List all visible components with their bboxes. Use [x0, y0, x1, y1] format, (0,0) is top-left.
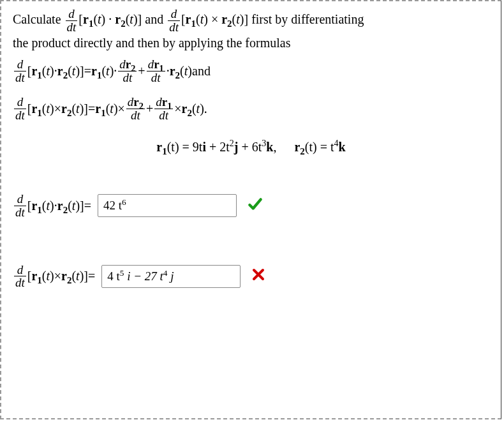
r2-sym: r2 [61, 102, 71, 116]
rp: ) [133, 12, 138, 26]
r: r [156, 140, 162, 154]
ddt-frac: d dt [14, 193, 26, 219]
val: j [168, 269, 174, 283]
r2-sym: r2 [115, 12, 125, 26]
frac-num: dr1 [154, 96, 173, 109]
answer-dot-row: d dt [r1(t) · r2(t)] = 42 t6 [13, 193, 489, 219]
t: t [76, 269, 80, 283]
r: r [170, 64, 175, 78]
r1-sym: r1 [31, 269, 41, 283]
rbracket: ] [84, 102, 88, 116]
r2-sym: r2 [126, 57, 136, 71]
d: d [119, 57, 126, 71]
sub2: 2 [175, 70, 181, 80]
r2-sym: r2 [133, 95, 144, 109]
eq: = [88, 269, 95, 283]
lbracket: [ [27, 269, 32, 283]
sub2: 2 [121, 19, 126, 29]
exp: 4 [334, 139, 339, 148]
r2-sym: r2 [57, 64, 68, 79]
r: r [61, 102, 67, 116]
ddt-frac: d dt [66, 8, 78, 34]
dot-op: · [114, 64, 117, 79]
r: r [95, 102, 101, 116]
r2-sym: r2 [170, 64, 180, 79]
r: r [61, 269, 67, 283]
sub1: 1 [37, 70, 42, 80]
eq: = [84, 199, 91, 213]
sub1: 1 [162, 146, 167, 156]
t: t [47, 102, 50, 116]
txt: + 6t [238, 140, 262, 154]
r2-sym: r2 [221, 12, 232, 26]
cross-op: × [54, 102, 61, 116]
r2-sym: r2 [61, 269, 71, 283]
sub1: 1 [37, 275, 42, 285]
eq: = [84, 64, 91, 79]
sub2: 2 [187, 108, 192, 118]
r: r [31, 199, 37, 213]
txt: (t) = t [305, 140, 334, 154]
frac-den: dt [14, 206, 26, 219]
t: t [184, 64, 188, 79]
frac-num: dr1 [147, 58, 165, 71]
sub1: 1 [97, 70, 102, 80]
r: r [294, 140, 300, 154]
question-container: Calculate d dt [r1(t) · r2(t)] and d dt … [0, 0, 501, 419]
r1-sym: r1 [156, 140, 167, 154]
cross-op: × [208, 12, 221, 26]
answer-dot-input[interactable]: 42 t6 [98, 194, 237, 217]
frac-num: d [14, 96, 26, 109]
r: r [115, 12, 121, 26]
calc-word: Calculate [13, 12, 64, 26]
r1-sym: r1 [95, 102, 105, 116]
ddt-dot-expr: d dt [r1(t) · r2(t)] [64, 12, 145, 26]
r1-sym: r1 [162, 95, 172, 109]
frac-num: d [66, 8, 78, 20]
r2-sym: r2 [57, 199, 68, 213]
t: t [47, 64, 50, 79]
r: r [221, 12, 227, 26]
k-hat: k [339, 140, 346, 154]
given-functions: r1(t) = 9ti + 2t2j + 6t3k, r2(t) = t4k [13, 140, 489, 154]
r1-sym: r1 [31, 102, 41, 116]
d: d [128, 95, 134, 109]
r: r [57, 64, 63, 78]
r2-sym: r2 [294, 140, 304, 154]
rp: ) [204, 12, 208, 26]
sub2: 2 [63, 205, 68, 215]
check-icon [247, 196, 263, 216]
frac-num: d [14, 264, 26, 276]
t: t [47, 269, 50, 283]
cross-op: × [54, 269, 61, 283]
r1-sym: r1 [83, 12, 93, 26]
frac-num: dr2 [118, 58, 137, 71]
frac-num: dr2 [126, 96, 145, 109]
r: r [162, 95, 167, 109]
r2-def: r2(t) = t4k [294, 140, 345, 154]
txt: (t) = 9t [167, 140, 203, 154]
ddt-frac: d dt [14, 58, 26, 84]
exp: 4 [163, 268, 168, 278]
r: r [31, 269, 37, 283]
lbracket: [ [27, 64, 32, 79]
sub1: 1 [101, 108, 106, 118]
dr1dt-frac: dr1 dt [147, 58, 165, 84]
answer-cross-input[interactable]: 4 t5 i − 27 t4 j [101, 265, 241, 288]
d: d [148, 57, 154, 71]
dr2dt-frac: dr2 dt [118, 58, 137, 84]
t: t [72, 199, 76, 213]
eq: = [88, 102, 95, 116]
r: r [31, 64, 37, 78]
cross-op: × [118, 102, 125, 116]
r: r [133, 95, 138, 109]
r: r [57, 199, 63, 213]
r: r [154, 57, 159, 71]
intro-line2: the product directly and then by applyin… [13, 36, 290, 50]
rbracket: ] [80, 64, 84, 79]
frac-num: d [14, 58, 26, 71]
and-word: and [145, 12, 167, 26]
exp: 2 [230, 139, 234, 148]
t: t [196, 102, 200, 116]
sub1: 1 [191, 19, 196, 29]
